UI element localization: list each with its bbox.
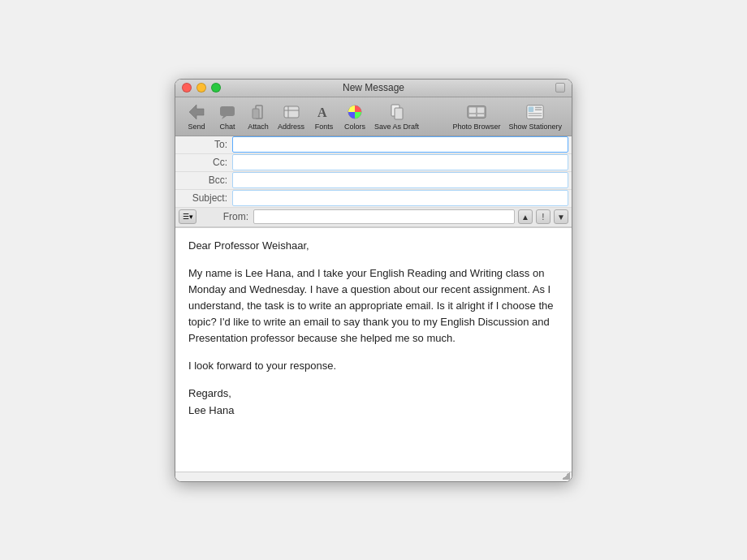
fields-area: To: Cc: Bcc: Subject: ☰▾ From: ▲ ! ▼ <box>175 136 572 228</box>
svg-marker-2 <box>222 116 227 119</box>
stationery-button[interactable]: Show Stationery <box>505 101 565 132</box>
svg-text:A: A <box>317 106 327 119</box>
bcc-label: Bcc: <box>175 174 232 186</box>
send-label: Send <box>188 123 205 131</box>
stationery-icon <box>525 102 545 122</box>
subject-row: Subject: <box>175 190 572 208</box>
subject-label: Subject: <box>175 192 232 204</box>
draft-icon <box>387 102 407 122</box>
email-closing: Regards, Lee Hana <box>188 386 559 418</box>
email-signature: Lee Hana <box>188 404 234 416</box>
svg-marker-0 <box>189 105 204 119</box>
colors-label: Colors <box>344 123 365 131</box>
toolbar: Send Chat Attach <box>175 97 572 136</box>
svg-rect-5 <box>284 106 299 118</box>
close-button[interactable] <box>182 83 192 93</box>
compose-menu-button[interactable]: ☰▾ <box>179 209 196 224</box>
bcc-input[interactable] <box>232 172 568 188</box>
svg-rect-1 <box>220 106 235 116</box>
to-label: To: <box>175 139 232 150</box>
draft-label: Save As Draft <box>374 123 419 131</box>
chat-button[interactable]: Chat <box>213 101 242 132</box>
from-stepper-up[interactable]: ▲ <box>518 209 533 224</box>
cc-input[interactable] <box>232 154 568 170</box>
svg-rect-18 <box>529 106 533 111</box>
colors-button[interactable]: Colors <box>340 101 369 132</box>
from-info-button[interactable]: ! <box>536 209 551 224</box>
send-icon <box>187 102 206 122</box>
attach-label: Attach <box>248 123 269 131</box>
from-controls: ▲ ! ▼ <box>253 209 568 224</box>
svg-rect-4 <box>253 109 259 118</box>
window-title: New Message <box>343 82 404 93</box>
photo-browser-button[interactable]: Photo Browser <box>449 101 503 132</box>
photo-browser-label: Photo Browser <box>452 123 500 131</box>
subject-input[interactable] <box>232 190 568 206</box>
address-button[interactable]: Address <box>274 101 308 132</box>
email-body: Dear Professor Weishaar, My name is Lee … <box>188 238 559 419</box>
fonts-button[interactable]: A Fonts <box>309 101 339 132</box>
address-icon <box>282 102 301 122</box>
email-regards: Regards, <box>188 387 231 399</box>
email-main-paragraph: My name is Lee Hana, and I take your Eng… <box>188 265 559 347</box>
email-body-area[interactable]: Dear Professor Weishaar, My name is Lee … <box>175 228 572 472</box>
photo-browser-icon <box>467 102 486 122</box>
traffic-lights <box>182 83 221 93</box>
resize-icon[interactable] <box>555 83 565 93</box>
svg-rect-11 <box>395 108 403 119</box>
fonts-icon: A <box>314 102 334 122</box>
email-compose-window: New Message Send Chat <box>175 79 572 482</box>
stationery-label: Show Stationery <box>508 123 562 131</box>
chat-icon <box>218 102 237 122</box>
to-input[interactable] <box>232 136 568 153</box>
to-row: To: <box>175 136 572 154</box>
svg-rect-15 <box>469 114 476 116</box>
from-input[interactable] <box>253 209 515 224</box>
cc-label: Cc: <box>175 157 232 168</box>
resize-handle[interactable] <box>562 472 570 480</box>
from-stepper-down[interactable]: ▼ <box>554 209 568 224</box>
email-greeting: Dear Professor Weishaar, <box>188 238 559 254</box>
title-bar: New Message <box>175 80 572 97</box>
send-button[interactable]: Send <box>182 101 211 132</box>
svg-rect-16 <box>477 114 484 116</box>
minimize-button[interactable] <box>196 83 206 93</box>
colors-icon <box>345 102 365 122</box>
svg-rect-14 <box>477 107 484 112</box>
cc-row: Cc: <box>175 154 572 172</box>
email-closing-sentence: I look forward to your response. <box>188 358 559 374</box>
attach-button[interactable]: Attach <box>244 101 273 132</box>
window-footer <box>175 472 572 481</box>
svg-rect-13 <box>469 107 476 112</box>
address-label: Address <box>278 123 304 131</box>
chat-label: Chat <box>219 123 235 131</box>
maximize-button[interactable] <box>211 83 221 93</box>
draft-button[interactable]: Save As Draft <box>371 101 422 132</box>
bcc-row: Bcc: <box>175 172 572 190</box>
fonts-label: Fonts <box>315 123 334 131</box>
from-label: From: <box>200 211 253 222</box>
from-row: ☰▾ From: ▲ ! ▼ <box>175 208 572 227</box>
attach-icon <box>248 102 268 122</box>
